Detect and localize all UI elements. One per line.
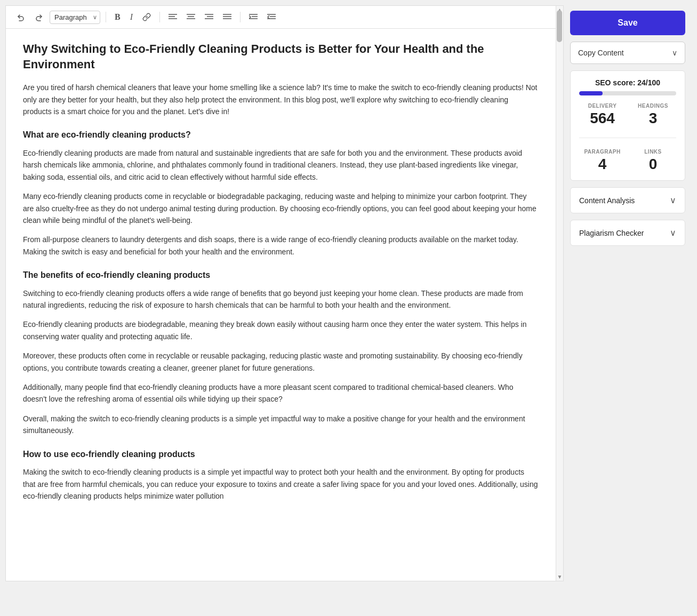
stat-paragraph: PARAGRAPH 4	[579, 149, 626, 173]
italic-button[interactable]: I	[127, 10, 136, 24]
toolbar-divider-2	[159, 12, 160, 22]
headings-value: 3	[630, 110, 676, 127]
outdent-button[interactable]	[264, 11, 279, 23]
stat-links: LINKS 0	[630, 149, 676, 173]
indent-button[interactable]	[246, 11, 261, 23]
align-justify-button[interactable]	[220, 11, 235, 23]
section1-p3: From all-purpose cleaners to laundry det…	[23, 234, 539, 258]
section2-heading: The benefits of eco-friendly cleaning pr…	[23, 268, 539, 282]
seo-progress-bar	[579, 91, 676, 95]
scroll-down-arrow[interactable]: ▼	[556, 573, 563, 581]
section3-p1: Making the switch to eco-friendly cleani…	[23, 466, 539, 502]
copy-content-label: Copy Content	[578, 49, 624, 57]
section1-heading: What are eco-friendly cleaning products?	[23, 128, 539, 142]
bold-button[interactable]: B	[111, 10, 124, 24]
paragraph-select-wrapper[interactable]: Paragraph Heading 1 Heading 2 Heading 3	[50, 11, 100, 24]
content-analysis-chevron-icon: ∨	[670, 195, 676, 205]
section2-p4: Additionally, many people find that eco-…	[23, 381, 539, 405]
seo-score: SEO score: 24/100	[579, 78, 676, 87]
align-right-button[interactable]	[202, 11, 217, 23]
section1-p2: Many eco-friendly cleaning products come…	[23, 190, 539, 226]
plagiarism-checker-label: Plagiarism Checker	[579, 229, 644, 237]
paragraph-value: 4	[579, 156, 626, 173]
section2-p1: Switching to eco-friendly cleaning produ…	[23, 287, 539, 311]
paragraph-select[interactable]: Paragraph Heading 1 Heading 2 Heading 3	[50, 11, 100, 24]
stats-grid: DELIVERY 564 HEADINGS 3 PARAGRAPH 4 LINK…	[579, 103, 676, 173]
headings-label: HEADINGS	[630, 103, 676, 109]
editor-toolbar: Paragraph Heading 1 Heading 2 Heading 3 …	[6, 6, 563, 29]
content-analysis-accordion[interactable]: Content Analysis ∨	[570, 187, 685, 213]
article-title: Why Switching to Eco-Friendly Cleaning P…	[23, 42, 539, 72]
seo-progress-fill	[579, 91, 603, 95]
align-left-button[interactable]	[165, 11, 180, 23]
content-analysis-label: Content Analysis	[579, 196, 635, 205]
section3-heading: How to use eco-friendly cleaning product…	[23, 447, 539, 461]
stat-delivery: DELIVERY 564	[579, 103, 626, 127]
toolbar-divider-1	[106, 12, 106, 22]
paragraph-label: PARAGRAPH	[579, 149, 626, 155]
undo-button[interactable]	[13, 11, 28, 23]
editor-area: Paragraph Heading 1 Heading 2 Heading 3 …	[5, 5, 564, 581]
copy-content-button[interactable]: Copy Content ∨	[570, 42, 685, 64]
links-label: LINKS	[630, 149, 676, 155]
toolbar-divider-3	[240, 12, 241, 22]
editor-content[interactable]: Why Switching to Eco-Friendly Cleaning P…	[6, 29, 563, 581]
delivery-value: 564	[579, 110, 626, 127]
section2-p5: Overall, making the switch to eco-friend…	[23, 413, 539, 437]
scroll-thumb[interactable]	[557, 10, 562, 42]
delivery-label: DELIVERY	[579, 103, 626, 109]
editor-scrollbar[interactable]: ▲ ▼	[556, 6, 563, 581]
align-center-button[interactable]	[183, 11, 198, 23]
stat-headings: HEADINGS 3	[630, 103, 676, 127]
seo-section: SEO score: 24/100 DELIVERY 564 HEADINGS …	[570, 70, 685, 181]
stat-divider	[579, 138, 676, 138]
plagiarism-checker-chevron-icon: ∨	[670, 228, 676, 238]
section2-p2: Eco-friendly cleaning products are biode…	[23, 318, 539, 342]
copy-content-chevron-icon: ∨	[672, 49, 677, 57]
link-button[interactable]	[139, 11, 154, 23]
links-value: 0	[630, 156, 676, 173]
redo-button[interactable]	[31, 11, 46, 23]
save-button[interactable]: Save	[570, 11, 685, 35]
article-intro: Are you tired of harsh chemical cleaners…	[23, 82, 539, 117]
plagiarism-checker-accordion[interactable]: Plagiarism Checker ∨	[570, 220, 685, 246]
section2-p3: Moreover, these products often come in r…	[23, 350, 539, 374]
right-panel: Save Copy Content ∨ SEO score: 24/100 DE…	[564, 5, 692, 581]
section1-p1: Eco-friendly cleaning products are made …	[23, 147, 539, 183]
